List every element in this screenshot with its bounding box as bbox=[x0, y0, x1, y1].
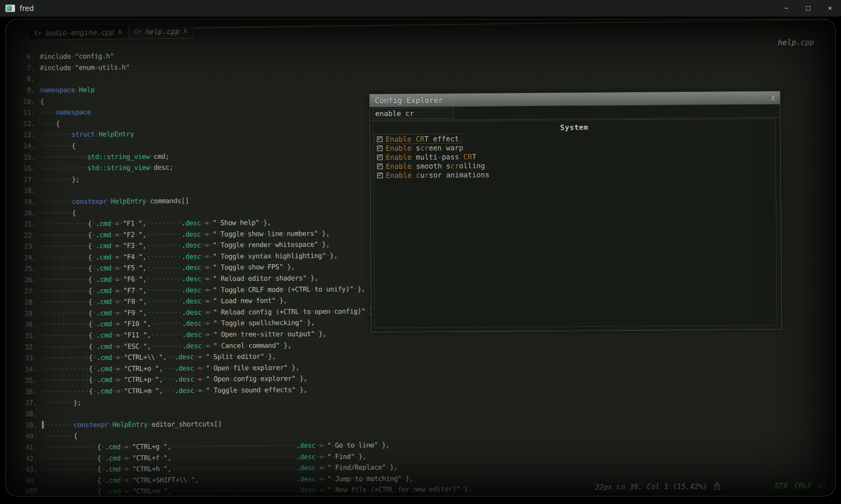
line-number: 38. bbox=[15, 408, 37, 419]
tabbar-underline bbox=[175, 19, 836, 29]
config-item[interactable]: ✓Enable smooth scrolling bbox=[375, 161, 487, 171]
tab-audio-engine[interactable]: C+ audio-engine.cpp X bbox=[28, 24, 128, 40]
line-number: 18. bbox=[14, 185, 35, 196]
maximize-icon: □ bbox=[806, 4, 810, 12]
check-icon: ✓ bbox=[378, 161, 382, 169]
line-number: 27. bbox=[14, 286, 36, 297]
tab-bar: C+ audio-engine.cpp X C+ help.cpp X bbox=[28, 23, 194, 40]
cpp-file-icon: C+ bbox=[134, 28, 141, 35]
config-item[interactable]: ✓Enable cursor animations bbox=[375, 170, 492, 180]
line-number: 14. bbox=[13, 140, 35, 152]
line-number: 15. bbox=[13, 152, 35, 163]
line-number: 37. bbox=[15, 397, 37, 409]
line-number: 30. bbox=[14, 319, 36, 330]
line-number: 42. bbox=[15, 453, 37, 464]
checkbox[interactable]: ✓ bbox=[377, 163, 383, 169]
config-search-row: enable cr bbox=[370, 104, 780, 121]
app-icon bbox=[5, 5, 15, 12]
line-number: 29. bbox=[14, 308, 36, 319]
line-number: 31. bbox=[14, 330, 36, 341]
line-number: 43. bbox=[15, 464, 37, 475]
config-explorer-panel: Config Explorer X enable cr System ✓Enab… bbox=[369, 91, 782, 332]
checkbox[interactable]: ✓ bbox=[377, 172, 383, 178]
maximize-button[interactable]: □ bbox=[797, 0, 819, 17]
config-list-area: System ✓Enable CRT effect✓Enable screen … bbox=[373, 118, 777, 328]
checkbox[interactable]: ✓ bbox=[377, 154, 383, 160]
config-search-input[interactable]: enable cr bbox=[372, 108, 454, 119]
current-filename-overlay: help.cpp bbox=[778, 38, 814, 47]
config-item[interactable]: ✓Enable screen warp bbox=[375, 143, 466, 153]
window-controls: − □ × bbox=[775, 0, 841, 17]
line-number: 32. bbox=[15, 341, 37, 353]
status-flag-ws: WS bbox=[818, 481, 827, 489]
line-number: 10. bbox=[13, 96, 35, 107]
line-number: 11. bbox=[13, 107, 35, 118]
cpp-file-icon: C+ bbox=[35, 29, 42, 36]
line-number: 41. bbox=[15, 442, 37, 453]
check-icon: ✓ bbox=[378, 170, 382, 178]
check-icon: ✓ bbox=[378, 143, 382, 151]
line-number: 40. bbox=[15, 430, 37, 442]
line-number: 33. bbox=[15, 352, 37, 364]
tab-close-icon[interactable]: X bbox=[183, 27, 187, 34]
window-title: fred bbox=[20, 4, 34, 12]
line-number: 23. bbox=[14, 241, 36, 252]
check-icon: ✓ bbox=[378, 134, 382, 142]
line-number: 12. bbox=[13, 118, 35, 129]
check-icon: ✓ bbox=[378, 152, 382, 160]
status-flag-stx: STX bbox=[775, 481, 787, 490]
tab-close-icon[interactable]: X bbox=[118, 28, 122, 35]
minimize-button[interactable]: − bbox=[775, 0, 797, 17]
cursor-position-indicator: 22px Ln 39, Col 1 (15.42%) bbox=[595, 482, 707, 491]
line-number: 36. bbox=[15, 386, 37, 397]
close-icon: × bbox=[828, 4, 832, 12]
line-number: 20. bbox=[14, 207, 35, 219]
tab-label: audio-engine.cpp bbox=[45, 28, 115, 37]
window-titlebar: fred − □ × bbox=[0, 0, 841, 17]
line-number: 39. bbox=[15, 419, 37, 431]
line-number: 13. bbox=[13, 129, 35, 140]
minimize-icon: − bbox=[784, 4, 788, 12]
tab-help[interactable]: C+ help.cpp X bbox=[128, 23, 194, 39]
config-item[interactable]: ✓Enable multi-pass CRT bbox=[375, 152, 478, 162]
line-number: 19. bbox=[14, 196, 35, 207]
line-number: 6. bbox=[12, 51, 34, 62]
line-number: 16. bbox=[13, 163, 35, 174]
line-number: 35. bbox=[15, 375, 37, 386]
editor-screen: C+ audio-engine.cpp X C+ help.cpp X help… bbox=[5, 19, 836, 496]
config-category-header: System bbox=[373, 119, 775, 132]
checkbox[interactable]: ✓ bbox=[377, 136, 383, 142]
line-number: 24. bbox=[14, 252, 36, 263]
config-items: ✓Enable CRT effect✓Enable screen warp✓En… bbox=[374, 132, 776, 180]
editor-content: C+ audio-engine.cpp X C+ help.cpp X help… bbox=[5, 19, 836, 496]
line-number: 8. bbox=[13, 74, 35, 85]
line-number: 34. bbox=[15, 364, 37, 375]
tab-label: help.cpp bbox=[145, 27, 180, 35]
line-number: 21. bbox=[14, 218, 35, 230]
checkbox[interactable]: ✓ bbox=[377, 145, 383, 151]
panel-close-icon[interactable]: X bbox=[771, 94, 775, 102]
status-right-cluster: 22px Ln 39, Col 1 (15.42%) STXCRLFWS bbox=[595, 481, 827, 491]
close-button[interactable]: × bbox=[819, 0, 841, 17]
status-flags: STXCRLFWS bbox=[775, 481, 827, 490]
config-item[interactable]: ✓Enable CRT effect bbox=[375, 134, 461, 144]
line-number: 22. bbox=[14, 230, 35, 241]
config-explorer-title: Config Explorer bbox=[375, 96, 443, 105]
lock-icon bbox=[714, 482, 720, 490]
screen-frame: C+ audio-engine.cpp X C+ help.cpp X help… bbox=[0, 17, 841, 504]
line-number: 25. bbox=[14, 263, 36, 275]
line-number: 7. bbox=[12, 62, 34, 74]
line-number: 26. bbox=[14, 274, 36, 286]
line-number: 9. bbox=[13, 85, 35, 96]
line-number: 17. bbox=[13, 174, 35, 185]
status-flag-crlf: CRLF bbox=[795, 481, 812, 490]
line-number: 28. bbox=[14, 297, 36, 308]
vim-mode-indicator: VIM bbox=[25, 487, 37, 495]
